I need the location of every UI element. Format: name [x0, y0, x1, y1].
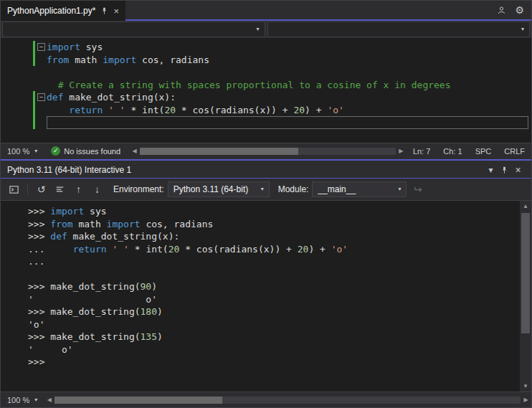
issues-status: No issues found: [64, 147, 120, 156]
code-line[interactable]: return ' ' * int(20 * cos(radians(x)) + …: [1, 104, 531, 117]
tool-window-title-bar[interactable]: Python 3.11 (64-bit) Interactive 1 ▾ ×: [1, 162, 531, 179]
code-line[interactable]: >>> def make_dot_string(x):: [28, 230, 519, 243]
code-text: [28, 268, 519, 281]
code-line[interactable]: >>> make_dot_string(90): [28, 280, 519, 293]
repl-horizontal-scrollbar: ◀ ▶: [44, 392, 531, 407]
repl-output[interactable]: >>> import sys>>> from math import cos, …: [1, 201, 519, 392]
editor-gutter: [1, 104, 47, 117]
environment-dropdown[interactable]: Python 3.11 (64-bit) ▾: [168, 181, 270, 197]
code-line[interactable]: ... return ' ' * int(20 * cos(radians(x)…: [28, 243, 519, 256]
code-text: ' o': [28, 343, 519, 356]
code-line[interactable]: >>> make_dot_string(180): [28, 305, 519, 318]
scroll-right-icon[interactable]: ▶: [521, 397, 531, 403]
zoom-level: 100 %: [7, 396, 29, 404]
window-position-icon[interactable]: ▾: [484, 165, 498, 175]
code-line[interactable]: >>> import sys: [28, 205, 519, 218]
scrollbar-thumb[interactable]: [54, 397, 222, 404]
code-text: >>> make_dot_string(180): [28, 305, 519, 318]
fold-collapse-icon[interactable]: −: [37, 43, 45, 51]
module-value: __main__: [318, 184, 356, 194]
feedback-icon[interactable]: [497, 6, 506, 15]
scroll-right-icon[interactable]: ▶: [396, 148, 407, 154]
code-text: [47, 116, 528, 129]
tab-pythonapplication1[interactable]: PythonApplication1.py* ×: [1, 1, 125, 21]
fold-collapse-icon[interactable]: −: [37, 93, 45, 101]
pane-splitter[interactable]: [1, 158, 531, 162]
history-next-icon[interactable]: ↓: [90, 182, 105, 197]
code-line[interactable]: −import sys: [1, 41, 531, 54]
interactive-toolbar: ↺ ↑ ↓ Environment: Python 3.11 (64-bit) …: [1, 179, 531, 200]
zoom-dropdown[interactable]: 100 % ▾: [1, 143, 44, 158]
code-line[interactable]: [28, 268, 519, 281]
editor-gutter: [1, 66, 47, 79]
code-line[interactable]: [1, 116, 531, 129]
nav-scope-dropdown[interactable]: ▾: [2, 22, 265, 37]
chevron-down-icon: ▾: [256, 27, 259, 32]
code-line[interactable]: >>>: [28, 356, 519, 369]
editor-gutter: −: [1, 91, 47, 104]
scroll-left-icon[interactable]: ◀: [44, 397, 54, 403]
toolbar-separator: [27, 184, 28, 195]
nav-member-dropdown[interactable]: ▾: [267, 22, 531, 37]
chevron-down-icon: ▾: [34, 397, 37, 403]
issues-check-icon: ✓: [51, 146, 60, 156]
code-text: [47, 66, 531, 79]
code-text: ' o': [28, 293, 519, 306]
scrollbar-thumb[interactable]: [521, 213, 530, 333]
tab-strip-right: ⚙: [125, 1, 531, 21]
code-text: >>> make_dot_string(135): [28, 331, 519, 343]
code-text: ... return ' ' * int(20 * cos(radians(x)…: [28, 243, 519, 256]
editor-code-area[interactable]: −import sysfrom math import cos, radians…: [1, 38, 531, 143]
interactive-status-bar: 100 % ▾ ◀ ▶: [1, 392, 531, 407]
environment-label: Environment:: [113, 184, 164, 194]
status-line-ending: CRLF: [498, 147, 531, 156]
code-line[interactable]: ...: [28, 255, 519, 268]
code-text: ...: [28, 255, 519, 268]
module-dropdown[interactable]: __main__ ▾: [312, 181, 407, 197]
scrollbar-thumb[interactable]: [140, 148, 298, 155]
vs-window: PythonApplication1.py* × ⚙: [0, 0, 532, 408]
repl-vertical-scrollbar[interactable]: ▲ ▼: [520, 201, 531, 392]
close-icon[interactable]: ×: [113, 6, 119, 16]
zoom-dropdown[interactable]: 100 % ▾: [1, 392, 44, 407]
code-line[interactable]: ' o': [28, 343, 519, 356]
python-interactive-window: Python 3.11 (64-bit) Interactive 1 ▾ × ↺: [1, 162, 531, 407]
code-line[interactable]: # Create a string with spaces proportion…: [1, 79, 531, 92]
code-text: def make_dot_string(x):: [47, 91, 531, 104]
editor-pane: PythonApplication1.py* × ⚙: [1, 1, 531, 158]
code-line[interactable]: −def make_dot_string(x):: [1, 91, 531, 104]
history-previous-icon[interactable]: ↑: [71, 182, 86, 197]
module-label: Module:: [278, 184, 309, 194]
status-column-number: Ch: 1: [437, 147, 468, 156]
code-line[interactable]: [1, 66, 531, 79]
chevron-down-icon: ▾: [34, 148, 37, 154]
editor-status-bar: 100 % ▾ ✓ No issues found ◀ ▶ Ln: 7 Ch: …: [1, 143, 531, 158]
code-line[interactable]: ' o': [28, 293, 519, 306]
scrollbar-track[interactable]: [54, 397, 521, 404]
scroll-up-icon[interactable]: ▲: [520, 201, 531, 212]
code-text: >>> def make_dot_string(x):: [28, 230, 519, 243]
scrollbar-track[interactable]: [140, 148, 396, 155]
gear-icon[interactable]: ⚙: [515, 5, 524, 15]
code-text: from math import cos, radians: [47, 54, 531, 67]
code-line[interactable]: >>> from math import cos, radians: [28, 218, 519, 231]
code-line[interactable]: from math import cos, radians: [1, 54, 531, 67]
code-text: >>> from math import cos, radians: [28, 218, 519, 231]
clear-screen-icon[interactable]: [52, 182, 67, 197]
chevron-down-icon: ▾: [261, 186, 264, 192]
repl-container: >>> import sys>>> from math import cos, …: [1, 200, 531, 392]
interactive-window-icon[interactable]: [6, 182, 22, 197]
document-tab-strip: PythonApplication1.py* × ⚙: [1, 1, 531, 21]
reset-session-icon[interactable]: ↺: [34, 182, 49, 197]
editor-gutter: [1, 54, 47, 67]
close-icon[interactable]: ×: [511, 164, 525, 176]
code-line[interactable]: >>> make_dot_string(135): [28, 331, 519, 343]
scroll-left-icon[interactable]: ◀: [129, 148, 140, 154]
code-line[interactable]: 'o': [28, 318, 519, 331]
send-to-interactive-icon[interactable]: ↪: [410, 182, 425, 197]
code-text: >>>: [28, 356, 519, 369]
code-text: 'o': [28, 318, 519, 331]
scroll-down-icon[interactable]: ▼: [520, 381, 531, 392]
pin-icon[interactable]: [100, 7, 108, 15]
pin-icon[interactable]: [498, 166, 511, 174]
